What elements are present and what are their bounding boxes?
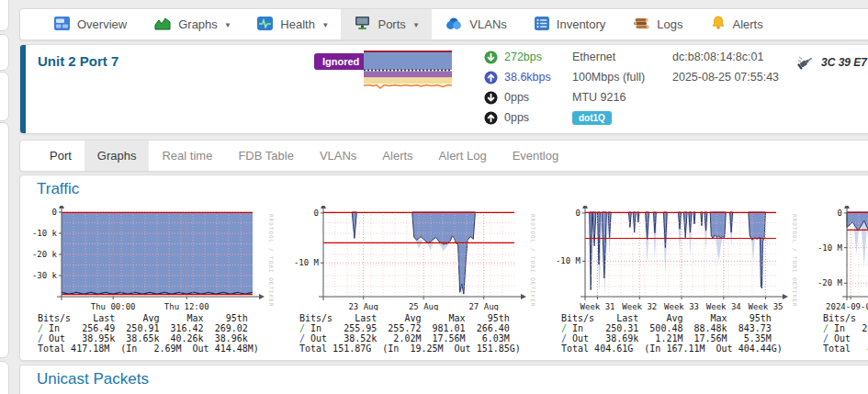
legend-line: Bits/s bbox=[823, 313, 868, 323]
nav-item-label: Logs bbox=[657, 17, 682, 31]
traffic-section-title: Traffic bbox=[37, 180, 79, 198]
nav-item-vlans[interactable]: VLANs bbox=[432, 9, 520, 39]
legend-line: / In 255.95 255.72 981.01 266.40 bbox=[299, 323, 552, 333]
health-icon bbox=[257, 17, 273, 33]
nav-item-alerts[interactable]: Alerts bbox=[697, 9, 777, 39]
top-navigation: OverviewGraphs▾Health▾Ports▾VLANsInvento… bbox=[19, 8, 868, 40]
svg-text:Week 34: Week 34 bbox=[706, 302, 741, 310]
tab-alerts[interactable]: Alerts bbox=[369, 141, 425, 171]
tab-real-time[interactable]: Real time bbox=[149, 141, 225, 171]
link-mtu: MTU 9216 bbox=[572, 91, 626, 104]
graph-legend: Bits/s/ In 260/ Out 4Total 4.7 bbox=[823, 313, 868, 354]
svg-text:Week 32: Week 32 bbox=[622, 302, 657, 310]
legend-line: / In 250.31 500.48 88.48k 843.73 bbox=[561, 323, 814, 333]
down-arrow-circle-icon bbox=[484, 91, 498, 105]
nav-item-label: Alerts bbox=[733, 17, 763, 31]
traffic-graph-week[interactable]: 0-10 M23 Aug25 Aug27 AugRRDTOOL / TOBI O… bbox=[290, 206, 552, 354]
port-accent-bar bbox=[20, 45, 26, 133]
svg-text:Week 35: Week 35 bbox=[749, 302, 783, 310]
legend-line: Total 151.87G (In 19.25M Out 151.85G) bbox=[299, 343, 552, 354]
svg-text:23 Aug: 23 Aug bbox=[348, 302, 378, 310]
down-arrow-circle-icon bbox=[484, 51, 498, 64]
left-edge-panel bbox=[0, 34, 9, 71]
nav-item-inventory[interactable]: Inventory bbox=[521, 9, 619, 39]
tab-graphs[interactable]: Graphs bbox=[85, 141, 150, 171]
svg-text:Week 31: Week 31 bbox=[581, 302, 615, 310]
link-type: Ethernet bbox=[572, 51, 615, 63]
legend-line: Total 404.61G (In 167.11M Out 404.44G) bbox=[561, 343, 814, 354]
link-properties: Ethernet 100Mbps (full) MTU 9216 dot1Q bbox=[572, 47, 645, 128]
port-page: OverviewGraphs▾Health▾Ports▾VLANsInvento… bbox=[0, 0, 868, 394]
svg-text:0: 0 bbox=[314, 208, 319, 218]
tab-fdb-table[interactable]: FDB Table bbox=[225, 141, 306, 171]
svg-text:-10 M: -10 M bbox=[556, 256, 581, 265]
nav-item-label: Inventory bbox=[557, 17, 605, 31]
link-speed: 100Mbps (full) bbox=[572, 71, 645, 84]
unicast-section-card: Unicast Packets bbox=[19, 365, 868, 394]
legend-line: / Out 38.95k 38.65k 40.26k 38.96k bbox=[38, 333, 290, 343]
svg-text:-10 M: -10 M bbox=[294, 258, 320, 267]
svg-text:25 Aug: 25 Aug bbox=[409, 302, 439, 310]
svg-text:Thu 12:00: Thu 12:00 bbox=[164, 302, 209, 310]
unicast-section-title: Unicast Packets bbox=[37, 370, 149, 388]
nav-item-logs[interactable]: Logs bbox=[619, 9, 696, 39]
legend-line: Bits/s Last Avg Max 95th bbox=[38, 313, 290, 323]
legend-line: / In 260 bbox=[823, 323, 868, 333]
port-tabs: PortGraphsReal timeFDB TableVLANsAlertsA… bbox=[19, 140, 868, 172]
traffic-graph-month[interactable]: 0-10 MWeek 31Week 32Week 33Week 34Week 3… bbox=[552, 206, 814, 354]
rate-value: 0pps bbox=[504, 111, 529, 124]
mac-address: dc:b8:08:14:8c:01 bbox=[672, 51, 763, 63]
nav-item-label: Ports bbox=[378, 17, 405, 31]
rate-row: 38.6kbps bbox=[484, 67, 551, 87]
graphs-icon bbox=[154, 17, 171, 33]
rrdtool-watermark: RRDTOOL / TOBI OETIKER bbox=[268, 214, 275, 307]
graph-legend: Bits/s Last Avg Max 95th/ In 255.95 255.… bbox=[299, 313, 552, 354]
logs-icon bbox=[633, 17, 649, 33]
alerts-icon bbox=[711, 16, 726, 33]
transceiver-info[interactable]: 3C 39 E7 14 6 bbox=[796, 54, 868, 70]
svg-text:2024-09-01: 2024-09-01 bbox=[826, 302, 868, 310]
vlans-icon bbox=[445, 17, 462, 33]
graph-legend: Bits/s Last Avg Max 95th/ In 256.49 250.… bbox=[38, 313, 290, 354]
nav-item-health[interactable]: Health▾ bbox=[243, 9, 341, 39]
status-badge: Ignored bbox=[314, 53, 367, 70]
nav-item-ports[interactable]: Ports▾ bbox=[341, 9, 432, 39]
svg-text:27 Aug: 27 Aug bbox=[468, 302, 499, 310]
tab-alert-log[interactable]: Alert Log bbox=[426, 141, 500, 171]
left-edge-panel bbox=[0, 0, 9, 31]
rate-value: 272bps bbox=[504, 51, 542, 63]
traffic-graph-year[interactable]: 0-10 M-20 M2024-09-01RRDTOOL / TOBI OETI… bbox=[814, 206, 868, 354]
nav-item-label: Graphs bbox=[178, 17, 218, 31]
mini-traffic-graph[interactable] bbox=[364, 51, 452, 89]
up-arrow-circle-icon bbox=[484, 71, 498, 84]
port-title: Unit 2 Port 7 bbox=[38, 53, 118, 69]
tab-port[interactable]: Port bbox=[37, 141, 85, 171]
svg-text:-30 k: -30 k bbox=[32, 271, 58, 280]
ports-icon bbox=[355, 16, 370, 33]
legend-line: / Out 38.52k 2.02M 17.56M 6.03M bbox=[299, 333, 552, 343]
nav-item-overview[interactable]: Overview bbox=[40, 9, 141, 39]
svg-text:-20 k: -20 k bbox=[32, 250, 58, 259]
chevron-down-icon: ▾ bbox=[323, 20, 328, 29]
tab-eventlog[interactable]: Eventlog bbox=[500, 141, 572, 171]
nav-item-graphs[interactable]: Graphs▾ bbox=[141, 9, 243, 39]
rate-row: 272bps bbox=[484, 47, 551, 67]
legend-line: Bits/s Last Avg Max 95th bbox=[299, 313, 552, 323]
traffic-rates: 272bps38.6kbps0pps0pps bbox=[484, 47, 551, 128]
legend-line: Total 4.7 bbox=[823, 343, 868, 354]
tab-vlans[interactable]: VLANs bbox=[307, 141, 369, 171]
traffic-section-card: Traffic 0-10 k-20 k-30 kThu 00:00Thu 12:… bbox=[19, 174, 868, 361]
rate-row: 0pps bbox=[484, 107, 551, 128]
svg-text:0: 0 bbox=[576, 208, 581, 218]
legend-line: / In 256.49 250.91 316.42 269.02 bbox=[38, 323, 290, 333]
legend-line: / Out 38.69k 1.21M 17.56M 5.35M bbox=[561, 333, 814, 343]
address-info: dc:b8:08:14:8c:01 2025-08-25 07:55:43 bbox=[672, 47, 779, 87]
legend-line: / Out 4 bbox=[823, 333, 868, 343]
nav-item-label: Health bbox=[280, 17, 315, 31]
left-edge-panel bbox=[0, 72, 9, 121]
svg-text:Thu 00:00: Thu 00:00 bbox=[91, 302, 136, 310]
overview-icon bbox=[54, 17, 70, 33]
traffic-graph-day-image: 0-10 k-20 k-30 kThu 00:00Thu 12:00RRDTOO… bbox=[28, 206, 290, 310]
traffic-graph-day[interactable]: 0-10 k-20 k-30 kThu 00:00Thu 12:00RRDTOO… bbox=[28, 206, 290, 354]
rate-row: 0pps bbox=[484, 87, 551, 107]
